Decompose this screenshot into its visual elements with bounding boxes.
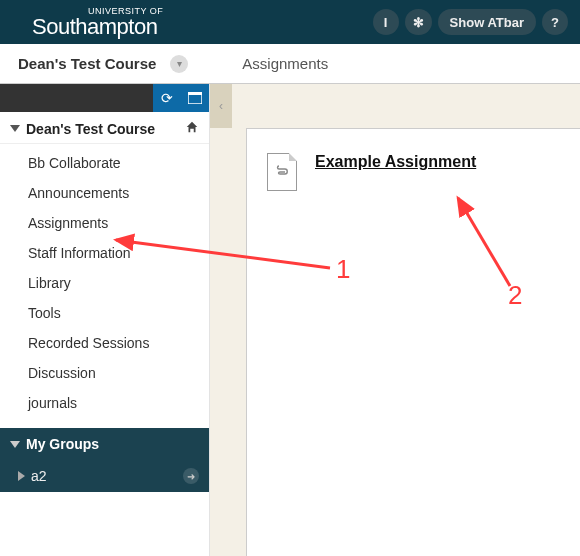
course-menu-header[interactable]: Dean's Test Course [0, 112, 209, 144]
sidebar-item-recorded-sessions[interactable]: Recorded Sessions [0, 328, 209, 358]
sidebar-item-discussion[interactable]: Discussion [0, 358, 209, 388]
chevron-down-icon[interactable]: ▾ [170, 55, 188, 73]
info-button[interactable]: I [373, 9, 399, 35]
my-groups-title: My Groups [26, 436, 99, 452]
sidebar-item-tools[interactable]: Tools [0, 298, 209, 328]
refresh-icon: ⟳ [161, 90, 173, 106]
sidebar: ⟳ Dean's Test Course Bb Collaborate Anno… [0, 84, 210, 556]
sidebar-item-bb-collaborate[interactable]: Bb Collaborate [0, 148, 209, 178]
layout-icon [188, 92, 202, 104]
arrow-right-icon: ➜ [183, 468, 199, 484]
breadcrumb-page: Assignments [242, 55, 328, 72]
breadcrumb: Dean's Test Course ▾ Assignments [0, 44, 580, 84]
example-assignment-link[interactable]: Example Assignment [315, 153, 476, 171]
help-button[interactable]: ? [542, 9, 568, 35]
collapse-sidebar-button[interactable]: ‹ [210, 84, 232, 128]
svg-rect-1 [188, 92, 202, 95]
course-menu-title: Dean's Test Course [26, 121, 155, 137]
triangle-right-icon [18, 471, 25, 481]
group-item-a2[interactable]: a2 ➜ [0, 460, 209, 492]
show-atbar-button[interactable]: Show ATbar [438, 9, 536, 35]
layout-button[interactable] [181, 84, 209, 112]
sidebar-item-journals[interactable]: journals [0, 388, 209, 418]
top-right-controls: I ✻ Show ATbar ? [373, 9, 568, 35]
course-nav-list: Bb Collaborate Announcements Assignments… [0, 144, 209, 428]
sidebar-item-assignments[interactable]: Assignments [0, 208, 209, 238]
sidebar-item-announcements[interactable]: Announcements [0, 178, 209, 208]
main-area: ⟳ Dean's Test Course Bb Collaborate Anno… [0, 84, 580, 556]
refresh-button[interactable]: ⟳ [153, 84, 181, 112]
top-bar: UNIVERSITY OF Southampton I ✻ Show ATbar… [0, 0, 580, 44]
content-area: ‹ Example Assignment [210, 84, 580, 556]
group-item-label: a2 [31, 468, 47, 484]
logo-big-text: Southampton [32, 16, 157, 38]
sidebar-item-staff-information[interactable]: Staff Information [0, 238, 209, 268]
chevron-left-icon: ‹ [219, 99, 223, 113]
attachment-icon [267, 153, 297, 191]
my-groups-header[interactable]: My Groups [0, 428, 209, 460]
breadcrumb-course[interactable]: Dean's Test Course [18, 55, 156, 72]
star-button[interactable]: ✻ [405, 9, 432, 35]
assignment-row: Example Assignment [267, 153, 560, 191]
home-icon[interactable] [185, 120, 199, 137]
logo: UNIVERSITY OF Southampton [32, 7, 163, 38]
triangle-down-icon [10, 125, 20, 132]
sidebar-toolbar: ⟳ [0, 84, 209, 112]
content-panel: Example Assignment [246, 128, 580, 556]
triangle-down-icon [10, 441, 20, 448]
sidebar-item-library[interactable]: Library [0, 268, 209, 298]
